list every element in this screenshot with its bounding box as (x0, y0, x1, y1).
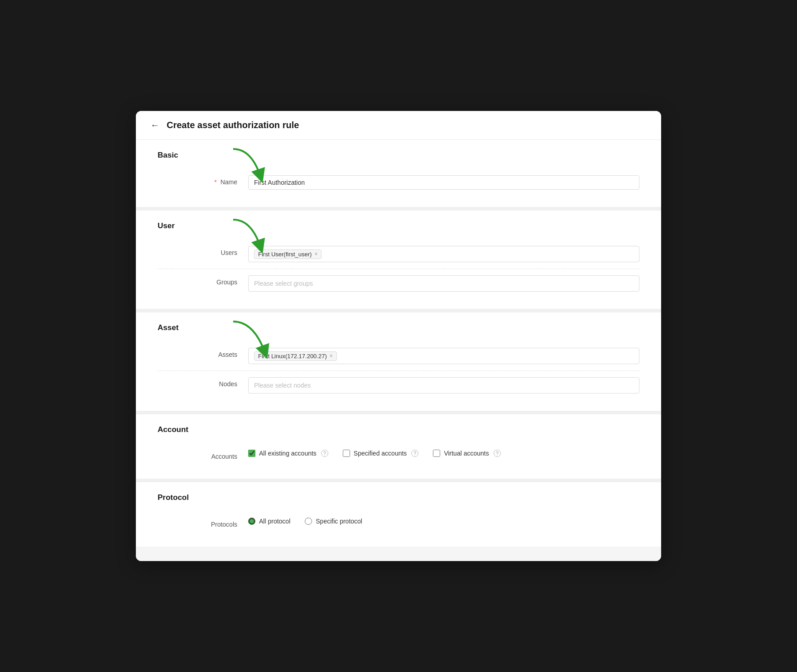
back-icon: ← (150, 120, 159, 130)
nodes-input[interactable]: Please select nodes (248, 377, 639, 394)
specific-protocol-label: Specific protocol (316, 518, 362, 525)
all-protocol-radio[interactable] (248, 518, 255, 525)
asset-arrow-annotation (224, 317, 283, 362)
required-indicator: * (214, 178, 216, 186)
protocol-section: Protocol Protocols All protocol Specific… (136, 482, 661, 547)
all-protocol-label: All protocol (259, 518, 290, 525)
groups-row: Groups Please select groups (158, 269, 639, 298)
protocol-section-title: Protocol (158, 493, 639, 502)
protocols-label: Protocols (158, 518, 248, 529)
specific-protocol-radio[interactable] (305, 518, 312, 525)
basic-arrow-annotation (224, 144, 278, 185)
modal-body: Basic * Name User (136, 140, 661, 561)
groups-input[interactable]: Please select groups (248, 275, 639, 292)
account-section-title: Account (158, 425, 639, 434)
all-existing-accounts-label: All existing accounts (259, 450, 317, 457)
nodes-label: Nodes (158, 377, 248, 389)
basic-section: Basic * Name (136, 140, 661, 211)
all-existing-accounts-checkbox[interactable] (248, 450, 255, 457)
modal-header: ← Create asset authorization rule (136, 111, 661, 140)
accounts-label: Accounts (158, 450, 248, 461)
user-section: User Users First User(first_user) × Grou… (136, 211, 661, 312)
assets-input[interactable]: First Linux(172.17.200.27) × (248, 348, 639, 364)
groups-placeholder: Please select groups (254, 280, 313, 287)
accounts-row: Accounts All existing accounts ? Specifi… (158, 443, 639, 468)
page-title: Create asset authorization rule (167, 120, 299, 130)
nodes-row: Nodes Please select nodes (158, 371, 639, 400)
modal-container: ← Create asset authorization rule Basic … (136, 111, 661, 561)
specified-accounts-label: Specified accounts (354, 450, 407, 457)
all-existing-help-icon[interactable]: ? (321, 450, 328, 457)
nodes-placeholder: Please select nodes (254, 382, 311, 389)
all-existing-accounts-item: All existing accounts ? (248, 450, 328, 457)
user-tag-close-0[interactable]: × (314, 251, 317, 257)
back-button[interactable]: ← (150, 120, 159, 130)
virtual-help-icon[interactable]: ? (494, 450, 501, 457)
protocols-row: Protocols All protocol Specific protocol (158, 511, 639, 536)
asset-tag-close-0[interactable]: × (330, 353, 333, 359)
specified-accounts-checkbox[interactable] (343, 450, 350, 457)
name-input[interactable] (248, 175, 639, 190)
users-input[interactable]: First User(first_user) × (248, 246, 639, 262)
specific-protocol-item: Specific protocol (305, 518, 362, 525)
all-protocol-item: All protocol (248, 518, 290, 525)
asset-section: Asset Assets First Linux(172.17.200.27) … (136, 312, 661, 414)
user-arrow-annotation (224, 215, 278, 256)
groups-label: Groups (158, 275, 248, 287)
virtual-accounts-item: Virtual accounts ? (433, 450, 500, 457)
specified-help-icon[interactable]: ? (411, 450, 418, 457)
specified-accounts-item: Specified accounts ? (343, 450, 419, 457)
protocols-options: All protocol Specific protocol (248, 518, 362, 525)
account-section: Account Accounts All existing accounts ?… (136, 414, 661, 482)
virtual-accounts-label: Virtual accounts (444, 450, 489, 457)
virtual-accounts-checkbox[interactable] (433, 450, 440, 457)
accounts-options: All existing accounts ? Specified accoun… (248, 450, 501, 457)
